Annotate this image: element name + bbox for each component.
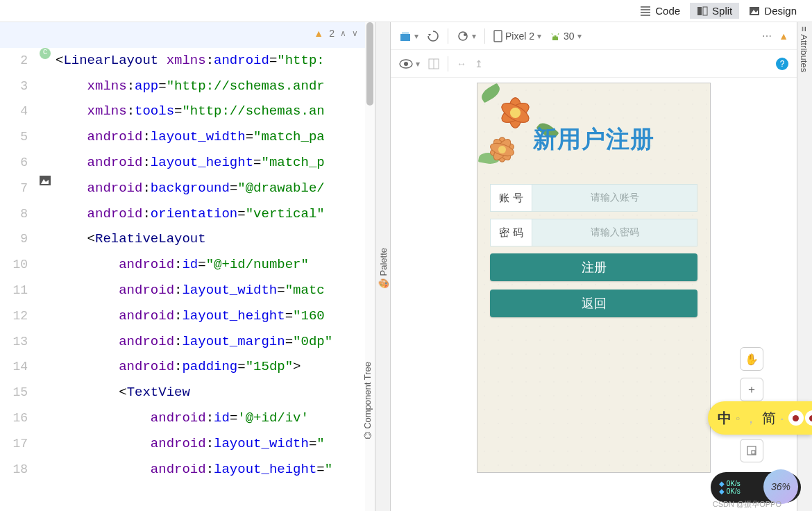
code-line[interactable]: 13 android:layout_margin="0dp" <box>0 329 375 355</box>
code-line[interactable]: 6 android:layout_height="match_p <box>0 150 375 176</box>
svg-point-8 <box>459 32 467 40</box>
password-row: 密 码 请输入密码 <box>490 219 697 246</box>
line-number: 15 <box>0 380 35 405</box>
tree-icon: ⌬ <box>362 432 373 439</box>
code-line[interactable]: 10 android:id="@+id/number" <box>0 252 375 278</box>
view-mode-tabs: Code Split Design <box>0 0 812 22</box>
code-lines: 1<?xml version="1.0" encod2C<LinearLayou… <box>0 22 375 482</box>
line-number: 10 <box>0 252 35 278</box>
line-number: 13 <box>0 329 35 355</box>
code-line[interactable]: 3 xmlns:app="http://schemas.andr <box>0 74 375 99</box>
component-tree-tab[interactable]: ⌬ Component Tree <box>361 358 374 444</box>
help-icon[interactable]: ? <box>776 58 788 70</box>
ime-indicator[interactable]: 中 ○ ， 简 · <box>708 401 812 435</box>
code-editor[interactable]: 1<?xml version="1.0" encod2C<LinearLayou… <box>0 22 375 511</box>
palette-icon: 🎨 <box>378 278 389 290</box>
line-number: 18 <box>0 457 35 483</box>
code-text: android:padding="15dp"> <box>56 354 375 380</box>
line-number: 14 <box>0 354 35 380</box>
code-line[interactable]: 15 <TextView <box>0 380 375 405</box>
tab-code-label: Code <box>655 5 680 17</box>
line-number: 2 <box>0 48 35 74</box>
left-tool-panel: 🎨 Palette ⌬ Component Tree <box>375 22 390 511</box>
code-line[interactable]: 12 android:layout_height="160 <box>0 303 375 329</box>
palette-tab[interactable]: 🎨 Palette <box>377 244 390 294</box>
device-canvas[interactable]: 新用户注册 账 号 请输入账号 密 码 请输入密码 注册 返回 <box>391 78 797 511</box>
line-number: 8 <box>0 201 35 227</box>
tab-split[interactable]: Split <box>690 3 739 19</box>
class-gutter-icon: C <box>40 48 51 59</box>
code-text: android:layout_width="match_pa <box>56 124 375 150</box>
inspection-bar: ▲ 2 ∧ ∨ <box>314 28 358 39</box>
line-number: 6 <box>0 150 35 176</box>
code-text: xmlns:app="http://schemas.andr <box>56 74 375 99</box>
attributes-tab-panel: ≡ Attributes <box>797 22 812 511</box>
fit-tool[interactable] <box>740 439 763 462</box>
tab-split-label: Split <box>712 5 732 17</box>
code-line[interactable]: 4 xmlns:tools="http://schemas.an <box>0 99 375 124</box>
network-widget[interactable]: ◆ 0K/s ◆ 0K/s 36% <box>711 472 801 503</box>
code-line[interactable]: 16 android:id='@+id/iv' <box>0 405 375 431</box>
chevron-up-icon[interactable]: ∧ <box>340 28 346 38</box>
code-line[interactable]: 17 android:layout_width=" <box>0 431 375 457</box>
ime-mode: 简 <box>762 409 776 428</box>
line-number: 4 <box>0 99 35 124</box>
api-selector[interactable]: 30▾ <box>550 31 582 42</box>
warning-icon[interactable]: ▲ <box>779 31 788 42</box>
design-pane: ▾ ▾ Pixel 2▾ 30▾ ⋯ ▲ ▾ <box>390 22 797 511</box>
code-text: android:background="@drawable/ <box>56 176 375 201</box>
svg-line-14 <box>558 33 559 35</box>
image-gutter-icon <box>40 176 51 185</box>
line-number: 17 <box>0 431 35 457</box>
svg-rect-7 <box>402 32 409 34</box>
account-input[interactable]: 请输入账号 <box>532 192 697 204</box>
tab-code[interactable]: Code <box>633 3 687 19</box>
resize-h-icon[interactable]: ↔ <box>457 58 466 69</box>
chevron-down-icon[interactable]: ∨ <box>352 28 358 38</box>
watermark: CSDN @振华OPPO <box>713 499 781 510</box>
line-number: 7 <box>0 176 35 201</box>
code-text: android:layout_height="match_p <box>56 150 375 176</box>
tab-design[interactable]: Design <box>742 3 804 19</box>
code-line[interactable]: 18 android:layout_height=" <box>0 457 375 483</box>
zoom-in-tool[interactable]: ＋ <box>740 378 763 401</box>
svg-point-11 <box>553 35 555 37</box>
code-line[interactable]: 8 android:orientation="vertical" <box>0 201 375 227</box>
night-mode-icon[interactable]: ▾ <box>457 30 476 42</box>
image-icon <box>749 6 760 17</box>
blueprint-icon[interactable] <box>428 58 439 69</box>
mascot-eyes-icon <box>788 410 812 426</box>
orientation-icon[interactable] <box>427 30 439 42</box>
device-selector[interactable]: Pixel 2▾ <box>493 30 541 42</box>
design-toolbar-sub: ▾ ↔ ↥ ? <box>391 50 797 78</box>
line-number: 3 <box>0 74 35 99</box>
code-text: android:layout_margin="0dp" <box>56 329 375 355</box>
password-input[interactable]: 请输入密码 <box>532 226 697 239</box>
scroll-thumb[interactable] <box>366 22 373 106</box>
back-button[interactable]: 返回 <box>490 290 697 317</box>
svg-rect-0 <box>697 7 702 15</box>
surface-icon[interactable]: ▾ <box>399 30 418 42</box>
warning-count: 2 <box>329 28 335 39</box>
svg-rect-1 <box>703 7 707 15</box>
ime-lang: 中 <box>718 409 731 428</box>
svg-point-9 <box>464 33 466 36</box>
code-text: android:layout_height=" <box>56 457 375 483</box>
sliders-icon: ≡ <box>799 26 809 32</box>
resize-v-icon[interactable]: ↥ <box>475 58 483 69</box>
code-line[interactable]: 5 android:layout_width="match_pa <box>0 124 375 150</box>
eye-icon[interactable]: ▾ <box>399 59 420 69</box>
pan-tool[interactable]: ✋ <box>740 347 763 371</box>
code-line[interactable]: 9 <RelativeLayout <box>0 226 375 252</box>
more-icon[interactable]: ⋯ <box>762 31 773 42</box>
register-button[interactable]: 注册 <box>490 253 697 281</box>
line-number: 11 <box>0 278 35 303</box>
code-text: android:orientation="vertical" <box>56 201 375 227</box>
code-text: android:id="@+id/number" <box>56 252 375 278</box>
attributes-tab[interactable]: ≡ Attributes <box>797 22 811 76</box>
code-line[interactable]: 2C<LinearLayout xmlns:android="http: <box>0 48 375 74</box>
code-line[interactable]: 14 android:padding="15dp"> <box>0 354 375 380</box>
line-number: 5 <box>0 124 35 150</box>
code-line[interactable]: 7 android:background="@drawable/ <box>0 176 375 201</box>
code-line[interactable]: 11 android:layout_width="matc <box>0 278 375 303</box>
